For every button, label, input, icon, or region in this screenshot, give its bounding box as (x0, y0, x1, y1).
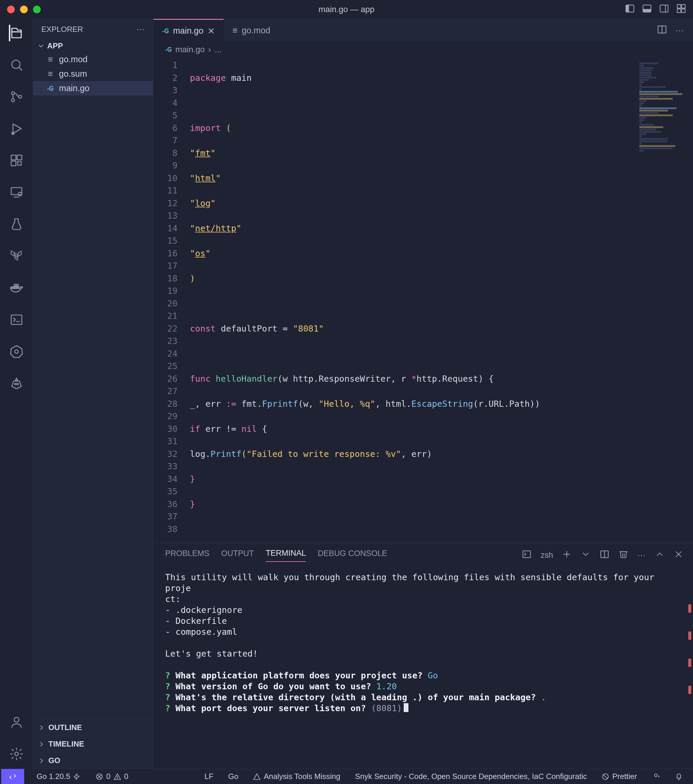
status-prettier[interactable]: Prettier (599, 772, 640, 781)
kubernetes-icon[interactable] (9, 344, 24, 359)
code-content[interactable]: package main import ( "fmt" "html" "log"… (186, 59, 693, 543)
search-view-icon[interactable] (9, 57, 24, 72)
svg-rect-28 (16, 284, 18, 286)
title-bar: main.go — app (0, 0, 693, 19)
panel-tab-output[interactable]: OUTPUT (221, 549, 254, 562)
code-editor[interactable]: 12345678910 11121314151617181920 2122232… (153, 57, 693, 543)
editor-tabs: -ꓖ main.go ✕ ≡ go.mod ··· (153, 19, 693, 42)
close-panel-icon[interactable] (673, 549, 683, 561)
explorer-title: EXPLORER (41, 25, 83, 34)
bottom-panel: PROBLEMS OUTPUT TERMINAL DEBUG CONSOLE z… (153, 543, 693, 769)
window-title: main.go — app (0, 5, 693, 14)
kill-terminal-icon[interactable] (618, 549, 629, 561)
status-go-version[interactable]: Go 1.20.5 (34, 772, 83, 781)
file-gosum[interactable]: ≡ go.sum (33, 67, 153, 81)
tab-label: go.mod (242, 26, 270, 35)
svg-point-23 (18, 192, 22, 196)
accounts-icon[interactable] (9, 715, 24, 730)
status-language[interactable]: Go (225, 772, 242, 781)
svg-point-53 (654, 774, 657, 776)
term-line: - .dockerignore (165, 605, 242, 615)
file-label: go.sum (59, 69, 87, 79)
svg-rect-19 (11, 161, 16, 166)
svg-rect-20 (18, 161, 21, 165)
svg-rect-29 (11, 315, 22, 324)
breadcrumb-sep: › (208, 45, 211, 54)
file-label: go.mod (59, 54, 87, 64)
explorer-view-icon[interactable] (9, 25, 24, 41)
text-file-icon: ≡ (46, 54, 55, 64)
go-file-icon: -ꓖ (46, 85, 55, 92)
terminal-shell-icon[interactable] (522, 549, 532, 561)
terminal-shell-name[interactable]: zsh (540, 551, 553, 560)
status-problems[interactable]: 0 0 (92, 772, 131, 781)
breadcrumbs[interactable]: -ꓖ main.go › ... (153, 42, 693, 57)
svg-point-50 (117, 778, 118, 778)
term-question: What port does your server listen on? (176, 703, 366, 713)
status-errors-count: 0 (106, 772, 110, 781)
explorer-more-icon[interactable]: ··· (137, 25, 145, 34)
panel-tab-terminal[interactable]: TERMINAL (266, 548, 306, 562)
status-text: Analysis Tools Missing (263, 772, 340, 781)
docker-icon[interactable] (9, 280, 24, 296)
split-editor-icon[interactable] (657, 24, 667, 37)
svg-rect-18 (17, 155, 22, 160)
status-snyk[interactable]: Snyk Security - Code, Open Source Depend… (352, 772, 590, 781)
extensions-icon[interactable] (9, 153, 24, 168)
terminal-more-icon[interactable]: ··· (637, 551, 646, 560)
text-file-icon: ≡ (233, 26, 238, 35)
panel-tab-problems[interactable]: PROBLEMS (165, 549, 209, 562)
terminal-view-icon[interactable] (9, 312, 24, 328)
go-section[interactable]: GO (33, 752, 153, 769)
panel-tab-debug[interactable]: DEBUG CONSOLE (318, 549, 387, 562)
file-maingo[interactable]: -ꓖ main.go (33, 81, 153, 96)
svg-rect-21 (11, 188, 22, 195)
terminal-content[interactable]: This utility will walk you through creat… (153, 562, 693, 769)
activity-bar (0, 19, 33, 769)
status-feedback-icon[interactable] (649, 772, 663, 781)
term-line: - compose.yaml (165, 627, 237, 637)
split-terminal-icon[interactable] (599, 549, 609, 561)
file-label: main.go (59, 84, 89, 93)
remote-explorer-icon[interactable] (9, 184, 24, 200)
svg-rect-27 (14, 284, 16, 286)
status-analysis[interactable]: Analysis Tools Missing (250, 772, 343, 781)
minimap[interactable] (638, 61, 688, 161)
file-gomod[interactable]: ≡ go.mod (33, 52, 153, 67)
tab-maingo[interactable]: -ꓖ main.go ✕ (153, 19, 224, 42)
editor-more-icon[interactable]: ··· (676, 26, 684, 35)
run-debug-icon[interactable] (9, 121, 24, 136)
status-bar: Go 1.20.5 0 0 LF Go Analysis Tools Missi… (0, 769, 693, 784)
timeline-label: TIMELINE (48, 740, 84, 749)
terraform-icon[interactable] (9, 248, 24, 264)
testing-icon[interactable] (9, 216, 24, 232)
close-tab-icon[interactable]: ✕ (207, 26, 215, 36)
gitlens-icon[interactable] (9, 376, 24, 391)
term-line: - Dockerfile (165, 616, 227, 626)
remote-indicator-icon[interactable] (1, 769, 24, 784)
term-hint: (8081) (371, 703, 402, 713)
term-line: ct: (165, 594, 181, 604)
terminal-dropdown-icon[interactable] (581, 549, 591, 561)
outline-section[interactable]: OUTLINE (33, 719, 153, 736)
terminal-scrollbar-markers (688, 585, 692, 713)
new-terminal-icon[interactable] (562, 549, 572, 561)
go-file-icon: -ꓖ (162, 28, 169, 35)
maximize-panel-icon[interactable] (655, 549, 665, 561)
status-bell-icon[interactable] (672, 772, 686, 781)
status-eol[interactable]: LF (201, 772, 216, 781)
svg-rect-37 (523, 551, 531, 558)
term-answer: 1.20 (376, 681, 397, 692)
timeline-section[interactable]: TIMELINE (33, 736, 153, 752)
svg-marker-15 (13, 124, 21, 133)
tab-gomod[interactable]: ≡ go.mod (224, 19, 280, 42)
tab-label: main.go (173, 26, 204, 36)
term-question: What's the relative directory (with a le… (176, 692, 536, 702)
source-control-icon[interactable] (9, 89, 24, 104)
sidebar-folder-header[interactable]: APP (33, 40, 153, 52)
term-line: This utility will walk you through creat… (165, 572, 654, 593)
term-answer: Go (428, 670, 438, 680)
go-file-icon: -ꓖ (165, 46, 172, 53)
settings-gear-icon[interactable] (9, 746, 24, 762)
text-file-icon: ≡ (46, 69, 55, 79)
